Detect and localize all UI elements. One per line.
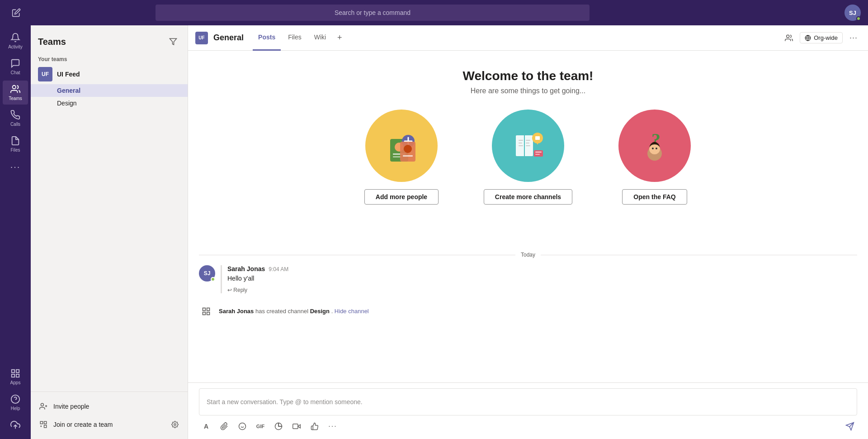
table-row: SJ Sarah Jonas 9:04 AM Hello y'all ↩ Rep… <box>199 265 857 293</box>
chat-area: Today SJ Sarah Jonas 9:04 AM Hello y' <box>188 237 868 382</box>
add-more-people-button[interactable]: Add more people <box>364 189 439 205</box>
open-faq-illustration: ? <box>618 110 691 182</box>
tab-wiki[interactable]: Wiki <box>309 25 331 51</box>
compose-area: Start a new conversation. Type @ to ment… <box>188 382 868 439</box>
settings-icon[interactable] <box>170 419 180 430</box>
compose-box[interactable]: Start a new conversation. Type @ to ment… <box>199 388 857 415</box>
tab-files[interactable]: Files <box>283 25 307 51</box>
svg-rect-42 <box>535 154 540 155</box>
compose-placeholder: Start a new conversation. Type @ to ment… <box>207 398 849 406</box>
create-channels-illustration <box>492 110 564 182</box>
channel-name: General <box>213 33 244 43</box>
your-teams-label: Your teams <box>31 52 188 64</box>
sidebar-title: Teams <box>38 37 66 47</box>
more-options-icon: ··· <box>849 33 858 43</box>
sticker-icon <box>274 422 283 430</box>
channel-item-general[interactable]: General <box>31 84 188 97</box>
emoji-icon <box>238 422 246 430</box>
gif-icon: GIF <box>256 424 264 429</box>
sidebar-item-more[interactable]: ··· <box>3 158 28 176</box>
sidebar-item-files[interactable]: Files <box>3 132 28 156</box>
like-button[interactable] <box>307 419 322 434</box>
sidebar-item-help[interactable]: Help <box>3 391 28 415</box>
welcome-card-add-people: Add more people <box>347 110 456 205</box>
more-tools-icon: ··· <box>328 422 337 430</box>
add-tab-button[interactable]: + <box>333 32 346 44</box>
teams-icon <box>10 84 20 94</box>
svg-marker-55 <box>298 425 300 428</box>
filter-icon <box>169 38 177 46</box>
avatar[interactable]: SJ <box>844 5 861 21</box>
reply-button[interactable]: ↩ Reply <box>227 287 857 293</box>
channel-header: UF General Posts Files Wiki + <box>188 25 868 51</box>
svg-point-0 <box>13 86 16 89</box>
team-item-ui-feed[interactable]: UF UI Feed ··· <box>31 64 188 84</box>
compose-toolbar: A <box>199 415 857 434</box>
create-more-channels-button[interactable]: Create more channels <box>484 189 572 205</box>
invite-people-button[interactable]: Invite people <box>31 397 188 415</box>
add-people-illustration <box>365 110 438 182</box>
message-text: Hello y'all <box>227 274 857 283</box>
date-separator: Today <box>199 252 857 258</box>
channel-header-actions: Org-wide ··· <box>782 31 861 45</box>
attach-icon <box>220 422 228 430</box>
hide-channel-button[interactable]: Hide channel <box>335 308 369 315</box>
svg-rect-31 <box>519 140 523 141</box>
team-avatar-ui-feed: UF <box>38 67 52 81</box>
sidebar-item-activity[interactable]: Activity <box>3 29 28 53</box>
send-button[interactable] <box>843 419 857 434</box>
upload-icon <box>10 420 20 430</box>
svg-rect-51 <box>203 312 206 315</box>
format-button[interactable]: A <box>199 419 213 434</box>
chat-icon <box>10 58 20 68</box>
join-create-team-button[interactable]: Join or create a team <box>31 415 188 434</box>
left-nav: Activity Chat Teams Calls <box>0 25 31 439</box>
meet-icon <box>292 422 301 430</box>
sidebar-item-teams[interactable]: Teams <box>3 81 28 105</box>
svg-point-46 <box>652 148 654 149</box>
channel-item-design[interactable]: Design <box>31 97 188 110</box>
svg-rect-36 <box>526 145 530 146</box>
bell-icon <box>10 33 20 43</box>
welcome-title: Welcome to the team! <box>215 69 841 83</box>
compose-button[interactable] <box>7 4 25 22</box>
people-button[interactable] <box>782 31 796 45</box>
channel-body: Welcome to the team! Here are some thing… <box>188 51 868 439</box>
svg-rect-3 <box>16 374 19 377</box>
sidebar-item-upload[interactable] <box>3 416 28 434</box>
main-content: UF General Posts Files Wiki + <box>188 25 868 439</box>
message-author: Sarah Jonas <box>227 265 265 272</box>
svg-rect-40 <box>534 150 543 157</box>
channel-team-avatar: UF <box>195 32 208 44</box>
open-faq-button[interactable]: Open the FAQ <box>622 189 687 205</box>
team-name-ui-feed: UI Feed <box>57 71 180 78</box>
main-layout: Activity Chat Teams Calls <box>0 25 868 439</box>
filter-button[interactable] <box>166 34 180 49</box>
invite-people-icon <box>38 401 49 412</box>
more-options-button[interactable]: ··· <box>846 31 861 45</box>
svg-rect-38 <box>535 136 540 140</box>
attach-button[interactable] <box>217 419 231 434</box>
svg-point-9 <box>41 403 43 406</box>
format-icon: A <box>204 423 208 430</box>
svg-rect-28 <box>403 155 413 157</box>
org-wide-button[interactable]: Org-wide <box>800 32 843 43</box>
more-tools-button[interactable]: ··· <box>326 419 340 434</box>
more-icon: ··· <box>10 162 21 172</box>
welcome-cards: Add more people <box>215 110 841 205</box>
channel-list: General Design <box>31 84 188 110</box>
sidebar-item-chat[interactable]: Chat <box>3 55 28 79</box>
tab-posts[interactable]: Posts <box>253 25 281 51</box>
svg-rect-35 <box>526 143 529 143</box>
gif-button[interactable]: GIF <box>253 419 268 434</box>
sidebar-item-apps[interactable]: Apps <box>3 365 28 389</box>
channel-tabs: Posts Files Wiki + <box>253 25 346 51</box>
emoji-button[interactable] <box>235 419 250 434</box>
message-meta: Sarah Jonas 9:04 AM <box>227 265 857 272</box>
svg-rect-48 <box>203 308 206 310</box>
svg-rect-1 <box>12 370 14 372</box>
sticker-button[interactable] <box>271 419 286 434</box>
search-input[interactable]: Search or type a command <box>156 5 590 21</box>
meet-button[interactable] <box>289 419 304 434</box>
sidebar-item-calls[interactable]: Calls <box>3 106 28 130</box>
